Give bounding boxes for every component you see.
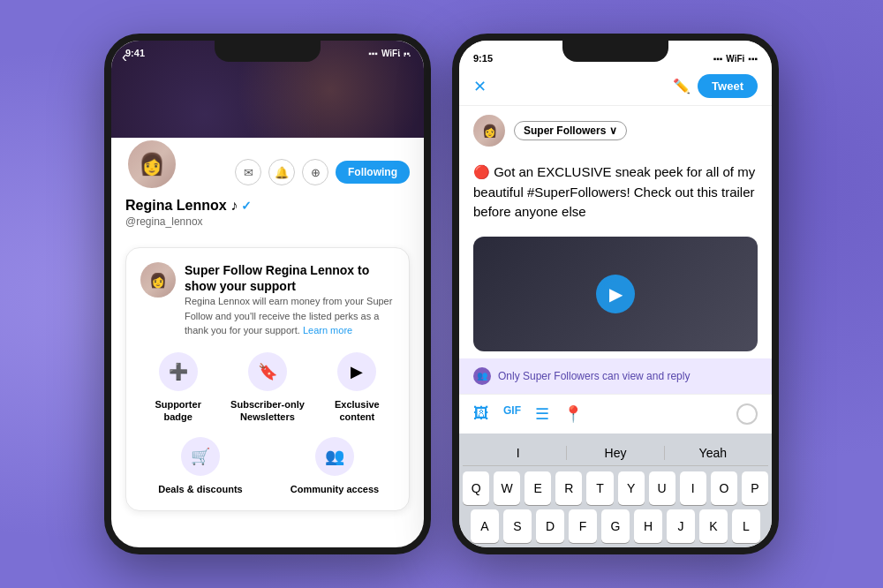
features-grid-top: ➕ Supporter badge 🔖 Subscriber-only News… [140, 352, 395, 424]
key-o[interactable]: O [711, 471, 737, 505]
play-button[interactable]: ▶ [596, 275, 635, 313]
tweet-button[interactable]: Tweet [698, 74, 758, 98]
card-title: Super Follow Regina Lennox to show your … [185, 262, 395, 294]
card-avatar: 👩 [140, 262, 176, 298]
keyboard-row-1: Q W E R T Y U I O P [463, 471, 768, 505]
avatar-row: 👩 ✉ 🔔 ⊕ Following [125, 138, 410, 191]
key-d[interactable]: D [536, 509, 564, 543]
shift-key[interactable]: ⇧ [463, 547, 499, 548]
tweet-compose-text[interactable]: 🔴 Got an EXCLUSIVE sneak peek for all of… [459, 155, 772, 230]
learn-more-link[interactable]: Learn more [303, 325, 352, 335]
toolbar-icons: 🖼 GIF ☰ 📍 [473, 404, 583, 424]
key-j[interactable]: J [667, 509, 695, 543]
audience-row: 👩 Super Followers ∨ [459, 106, 772, 155]
key-q[interactable]: Q [463, 471, 489, 505]
audience-selector[interactable]: Super Followers ∨ [514, 121, 627, 140]
notice-text: Only Super Followers can view and reply [498, 370, 690, 382]
location-toolbar-icon[interactable]: 📍 [563, 404, 583, 424]
feature-supporter-badge: ➕ Supporter badge [140, 352, 215, 424]
key-p[interactable]: P [742, 471, 768, 505]
feature-community: 👥 Community access [275, 437, 395, 495]
key-z[interactable]: Z [503, 547, 532, 548]
key-n[interactable]: N [667, 547, 695, 548]
following-button[interactable]: Following [336, 161, 410, 184]
key-e[interactable]: E [525, 471, 551, 505]
character-count-circle [736, 403, 758, 425]
keyboard-row-2: A S D F G H J K L [463, 509, 768, 543]
suggestions-row: I Hey Yeah [463, 441, 768, 466]
phone-1-time: 9:41 [125, 48, 145, 58]
image-toolbar-icon[interactable]: 🖼 [473, 404, 489, 424]
community-icon: 👥 [315, 437, 354, 476]
phone-2-screen: 9:15 ▪▪▪ WiFi ▪▪▪ ✕ ✏️ Tweet 👩 Sup [459, 41, 772, 547]
verified-badge: ✓ [241, 199, 252, 213]
close-compose-button[interactable]: ✕ [473, 77, 487, 96]
exclusive-icon: ▶ [337, 352, 376, 391]
key-r[interactable]: R [555, 471, 582, 505]
compose-toolbar: 🖼 GIF ☰ 📍 [459, 394, 772, 433]
keyboard: I Hey Yeah Q W E R T Y U I O P [459, 433, 772, 548]
list-toolbar-icon[interactable]: ☰ [535, 404, 549, 424]
feature-exclusive: ▶ Exclusive content [320, 352, 395, 424]
key-y[interactable]: Y [618, 471, 645, 505]
notification-button[interactable]: 🔔 [268, 159, 295, 185]
composer-avatar: 👩 [473, 115, 505, 147]
key-i[interactable]: I [680, 471, 706, 505]
notice-icon: 👥 [473, 367, 491, 385]
exclusive-label: Exclusive content [320, 398, 395, 424]
key-v[interactable]: V [601, 547, 630, 548]
profile-avatar: 👩 [125, 138, 178, 191]
tweet-media-preview: ▶ [473, 237, 758, 351]
key-f[interactable]: F [569, 509, 597, 543]
key-s[interactable]: S [503, 509, 532, 543]
key-c[interactable]: C [569, 547, 597, 548]
compose-header-icons: ✏️ Tweet [673, 74, 758, 98]
key-t[interactable]: T [586, 471, 613, 505]
phones-container: 9:41 ▪▪▪ WiFi ▪▪ ‹ ··· 👩 ✉ 🔔 [53, 25, 830, 563]
profile-handle: @regina_lennox [125, 215, 410, 228]
key-m[interactable]: M [699, 547, 728, 548]
phone-2-time: 9:15 [473, 53, 493, 64]
audience-label: Super Followers [524, 124, 606, 137]
key-k[interactable]: K [699, 509, 728, 543]
deals-label: Deals & discounts [158, 483, 242, 495]
gif-toolbar-icon[interactable]: GIF [503, 404, 521, 424]
feature-deals: 🛒 Deals & discounts [140, 437, 260, 495]
key-l[interactable]: L [732, 509, 760, 543]
more-profile-button[interactable]: ⊕ [302, 159, 328, 185]
chevron-down-icon: ∨ [609, 124, 617, 137]
suggestion-yeah[interactable]: Yeah [665, 446, 761, 460]
phone-2-notch [562, 41, 668, 62]
card-content: Super Follow Regina Lennox to show your … [185, 262, 395, 338]
wifi-icon-2: WiFi [726, 54, 744, 64]
key-h[interactable]: H [634, 509, 662, 543]
card-description: Regina Lennox will earn money from your … [185, 294, 395, 338]
phone-1: 9:41 ▪▪▪ WiFi ▪▪ ‹ ··· 👩 ✉ 🔔 [104, 34, 431, 554]
newsletters-label: Subscriber-only Newsletters [230, 398, 305, 424]
message-button[interactable]: ✉ [235, 159, 261, 185]
key-a[interactable]: A [471, 509, 499, 543]
draft-icon[interactable]: ✏️ [673, 78, 691, 94]
card-header: 👩 Super Follow Regina Lennox to show you… [140, 262, 395, 338]
feature-newsletters: 🔖 Subscriber-only Newsletters [230, 352, 305, 424]
keyboard-row-3: ⇧ Z X C V B N M ⌫ [463, 547, 768, 548]
phone-1-screen: 9:41 ▪▪▪ WiFi ▪▪ ‹ ··· 👩 ✉ 🔔 [111, 41, 424, 547]
action-buttons: ✉ 🔔 ⊕ Following [235, 159, 410, 185]
key-x[interactable]: X [536, 547, 564, 548]
phone-2-status-icons: ▪▪▪ WiFi ▪▪▪ [713, 54, 758, 64]
key-w[interactable]: W [494, 471, 520, 505]
super-followers-notice: 👥 Only Super Followers can view and repl… [459, 358, 772, 394]
signal-icon-2: ▪▪▪ [713, 54, 723, 64]
back-button[interactable]: ‹ [122, 48, 127, 66]
supporter-badge-label: Supporter badge [140, 398, 215, 424]
key-b[interactable]: B [634, 547, 662, 548]
suggestion-hey[interactable]: Hey [567, 446, 664, 460]
delete-key[interactable]: ⌫ [732, 547, 768, 548]
deals-icon: 🛒 [181, 437, 220, 476]
key-g[interactable]: G [601, 509, 630, 543]
key-u[interactable]: U [649, 471, 675, 505]
phone-2: 9:15 ▪▪▪ WiFi ▪▪▪ ✕ ✏️ Tweet 👩 Sup [452, 34, 779, 554]
suggestion-i[interactable]: I [470, 446, 567, 460]
signal-icon: ▪▪▪ [368, 49, 378, 58]
more-options-button[interactable]: ··· [397, 48, 413, 62]
